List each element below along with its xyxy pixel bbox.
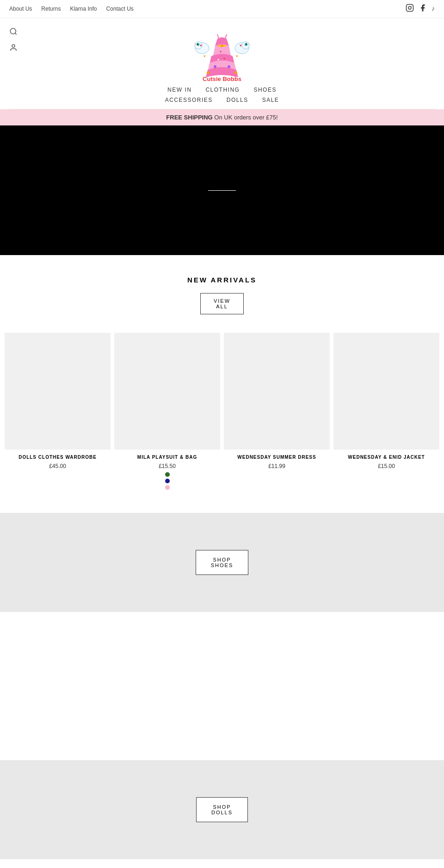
logo-container[interactable]: ♥ ♥ [9, 23, 435, 83]
search-icon [9, 27, 18, 36]
product-price-4: £15.00 [378, 463, 395, 469]
user-icon [9, 44, 18, 52]
svg-point-14 [245, 43, 247, 46]
product-name-1: DOLLS CLOTHES WARDROBE [18, 454, 97, 461]
nav-accessories[interactable]: ACCESSORIES [165, 97, 213, 103]
product-price-2: £15.50 [159, 463, 176, 469]
svg-point-24 [234, 71, 237, 74]
svg-rect-0 [407, 5, 413, 12]
hero-divider [208, 190, 236, 191]
top-nav-bar: About Us Returns Klarna Info Contact Us … [0, 0, 444, 18]
svg-point-9 [197, 43, 199, 46]
klarna-info-link[interactable]: Klarna Info [70, 6, 97, 12]
view-all-button[interactable]: VIEWALL [200, 293, 244, 314]
product-card-3[interactable]: WEDNESDAY SUMMER DRESS £11.99 [224, 333, 330, 490]
svg-point-21 [214, 65, 216, 68]
product-image-4 [333, 333, 439, 450]
svg-text:♥: ♥ [223, 57, 225, 60]
product-image-1 [5, 333, 111, 450]
product-name-4: WEDNESDAY & ENID JACKET [348, 454, 425, 461]
social-icons-group: ♪ [406, 4, 435, 14]
svg-text:♥: ♥ [200, 44, 202, 48]
product-image-3 [224, 333, 330, 450]
shop-shoes-button[interactable]: SHOPSHOES [196, 550, 249, 575]
logo: ♥ ♥ [192, 23, 252, 83]
user-btn[interactable] [9, 44, 18, 54]
new-arrivals-section: NEW ARRIVALS VIEWALL [0, 255, 444, 333]
main-nav-row1: NEW IN CLOTHING SHOES [9, 83, 435, 95]
contact-us-link[interactable]: Contact Us [106, 6, 133, 12]
product-grid: DOLLS CLOTHES WARDROBE £45.00 MILA PLAYS… [0, 333, 444, 513]
svg-text:♥: ♥ [240, 44, 242, 48]
shipping-bold-text: FREE SHIPPING [166, 114, 212, 121]
shop-dolls-section: SHOPDOLLS [0, 760, 444, 859]
instagram-icon[interactable] [406, 4, 414, 14]
search-btn[interactable] [9, 27, 18, 37]
product-card-2[interactable]: MILA PLAYSUIT & BAG £15.50 [114, 333, 220, 490]
header: ♥ ♥ [0, 18, 444, 109]
shop-spacer-1 [0, 612, 444, 760]
product-price-3: £11.99 [268, 463, 285, 469]
returns-link[interactable]: Returns [41, 6, 61, 12]
svg-text:♥: ♥ [220, 50, 222, 53]
product-card-4[interactable]: WEDNESDAY & ENID JACKET £15.00 [333, 333, 439, 490]
about-us-link[interactable]: About Us [9, 6, 32, 12]
product-name-3: WEDNESDAY SUMMER DRESS [237, 454, 316, 461]
svg-point-3 [10, 28, 16, 34]
product-card-1[interactable]: DOLLS CLOTHES WARDROBE £45.00 [5, 333, 111, 490]
svg-line-4 [15, 33, 16, 34]
svg-text:Cutsie Bobbs: Cutsie Bobbs [203, 75, 241, 82]
nav-sale[interactable]: SALE [262, 97, 279, 103]
svg-point-15 [246, 44, 247, 44]
new-arrivals-title: NEW ARRIVALS [9, 276, 435, 284]
facebook-icon[interactable] [419, 4, 427, 14]
color-dot-pink[interactable] [165, 485, 170, 490]
svg-text:♥: ♥ [236, 54, 238, 58]
nav-shoes[interactable]: SHOES [253, 87, 277, 93]
shipping-normal-text: On UK orders over £75! [213, 114, 278, 121]
svg-point-22 [228, 65, 230, 68]
color-dot-blue[interactable] [165, 479, 170, 483]
shipping-banner: FREE SHIPPING On UK orders over £75! [0, 109, 444, 125]
main-nav-row2: ACCESSORIES DOLLS SALE [9, 95, 435, 109]
nav-new-in[interactable]: NEW IN [167, 87, 191, 93]
svg-point-5 [12, 44, 15, 47]
svg-text:♥: ♥ [217, 58, 219, 61]
svg-point-10 [197, 44, 198, 44]
svg-text:♥: ♥ [204, 54, 206, 58]
shop-dolls-button[interactable]: SHOPDOLLS [196, 797, 248, 822]
hero-section [0, 125, 444, 255]
svg-point-17 [221, 44, 223, 47]
svg-point-1 [408, 6, 411, 9]
nav-dolls[interactable]: DOLLS [227, 97, 248, 103]
color-swatches-2 [165, 472, 170, 490]
product-name-2: MILA PLAYSUIT & BAG [137, 454, 197, 461]
shop-shoes-section: SHOPSHOES [0, 513, 444, 612]
tiktok-icon[interactable]: ♪ [432, 5, 435, 12]
nav-clothing[interactable]: CLOTHING [205, 87, 240, 93]
product-price-1: £45.00 [49, 463, 66, 469]
color-dot-green[interactable] [165, 472, 170, 477]
svg-point-23 [207, 71, 210, 74]
product-image-2 [114, 333, 220, 450]
svg-point-2 [411, 6, 412, 6]
